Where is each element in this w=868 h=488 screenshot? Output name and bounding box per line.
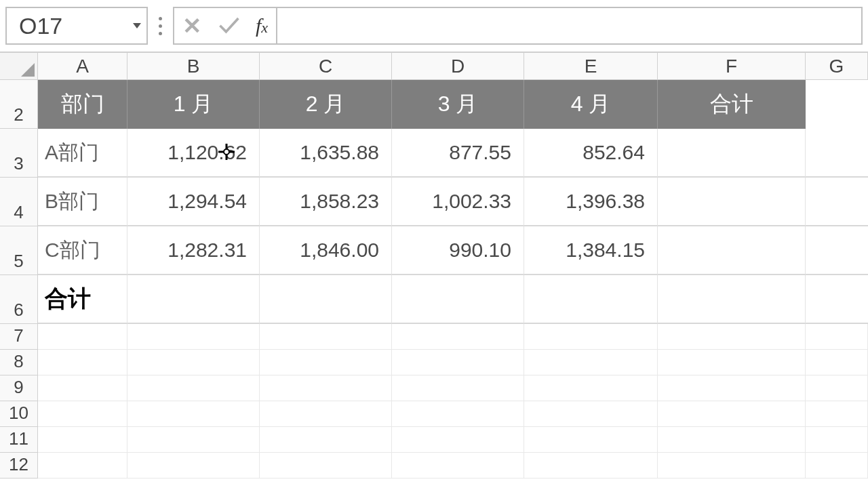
- cell[interactable]: [260, 275, 392, 324]
- cell[interactable]: [658, 324, 806, 350]
- row-header[interactable]: 3: [0, 129, 38, 178]
- row-header[interactable]: 12: [0, 453, 38, 479]
- cell[interactable]: 852.64: [524, 129, 658, 178]
- column-header[interactable]: F: [658, 53, 806, 80]
- cell[interactable]: [392, 453, 524, 479]
- row-header[interactable]: 11: [0, 427, 38, 453]
- header-cell[interactable]: 2 月: [260, 80, 392, 129]
- header-cell[interactable]: 部门: [38, 80, 127, 129]
- formula-input[interactable]: [276, 7, 863, 45]
- cell[interactable]: [806, 129, 868, 178]
- row-header[interactable]: 8: [0, 350, 38, 375]
- cell[interactable]: [260, 324, 392, 350]
- row-header[interactable]: 7: [0, 324, 38, 350]
- cell[interactable]: [260, 350, 392, 375]
- cell[interactable]: [806, 178, 868, 226]
- cell[interactable]: 1,396.38: [524, 178, 658, 226]
- cell[interactable]: [806, 427, 868, 453]
- row-header[interactable]: 6: [0, 275, 38, 324]
- cell[interactable]: C部门: [38, 226, 127, 275]
- cell[interactable]: [392, 350, 524, 375]
- cell[interactable]: [658, 178, 806, 226]
- cell[interactable]: 1,120.62: [127, 129, 260, 178]
- cell[interactable]: [524, 427, 658, 453]
- cell[interactable]: [260, 453, 392, 479]
- cell[interactable]: [658, 453, 806, 479]
- cell[interactable]: [806, 324, 868, 350]
- cell[interactable]: 877.55: [392, 129, 524, 178]
- column-header[interactable]: A: [38, 53, 127, 80]
- column-header[interactable]: C: [260, 53, 392, 80]
- cell[interactable]: [524, 275, 658, 324]
- cell[interactable]: [38, 453, 127, 479]
- cell[interactable]: [806, 226, 868, 275]
- row-header[interactable]: 9: [0, 375, 38, 401]
- cell[interactable]: A部门: [38, 129, 127, 178]
- cell[interactable]: [127, 324, 260, 350]
- column-header[interactable]: B: [127, 53, 260, 80]
- cell[interactable]: 1,282.31: [127, 226, 260, 275]
- header-cell[interactable]: 3 月: [392, 80, 524, 129]
- column-header[interactable]: G: [806, 53, 868, 80]
- cell[interactable]: 1,384.15: [524, 226, 658, 275]
- cell[interactable]: [38, 350, 127, 375]
- cell[interactable]: [524, 375, 658, 401]
- cell[interactable]: [392, 427, 524, 453]
- cell[interactable]: [127, 375, 260, 401]
- cell[interactable]: [260, 375, 392, 401]
- cell[interactable]: 990.10: [392, 226, 524, 275]
- cell[interactable]: [806, 350, 868, 375]
- cell[interactable]: [38, 324, 127, 350]
- cell[interactable]: [524, 401, 658, 427]
- cell[interactable]: [392, 324, 524, 350]
- cell[interactable]: [38, 427, 127, 453]
- cell[interactable]: [658, 226, 806, 275]
- cell[interactable]: [806, 375, 868, 401]
- cell[interactable]: B部门: [38, 178, 127, 226]
- cell[interactable]: [127, 275, 260, 324]
- cell[interactable]: [806, 401, 868, 427]
- cell[interactable]: [127, 427, 260, 453]
- cell[interactable]: [38, 401, 127, 427]
- cell[interactable]: [806, 275, 868, 324]
- cell[interactable]: [658, 129, 806, 178]
- cell[interactable]: [524, 453, 658, 479]
- fx-icon[interactable]: fx: [256, 14, 268, 37]
- cell[interactable]: 1,002.33: [392, 178, 524, 226]
- cell[interactable]: [524, 324, 658, 350]
- cell[interactable]: [392, 401, 524, 427]
- cell[interactable]: 1,846.00: [260, 226, 392, 275]
- column-header[interactable]: D: [392, 53, 524, 80]
- cell[interactable]: 1,635.88: [260, 129, 392, 178]
- cell[interactable]: [658, 401, 806, 427]
- cell[interactable]: [806, 80, 868, 129]
- chevron-down-icon[interactable]: [133, 23, 141, 28]
- row-header[interactable]: 2: [0, 80, 38, 129]
- cell[interactable]: [806, 453, 868, 479]
- cell[interactable]: 1,294.54: [127, 178, 260, 226]
- cell[interactable]: [260, 427, 392, 453]
- cell[interactable]: [392, 375, 524, 401]
- cell[interactable]: [524, 350, 658, 375]
- cell[interactable]: [392, 275, 524, 324]
- header-cell[interactable]: 1 月: [127, 80, 260, 129]
- name-box[interactable]: O17: [5, 7, 148, 45]
- column-header[interactable]: E: [524, 53, 658, 80]
- row-header[interactable]: 5: [0, 226, 38, 275]
- cell[interactable]: [127, 453, 260, 479]
- accept-icon[interactable]: [216, 12, 241, 39]
- cell[interactable]: [38, 375, 127, 401]
- cell[interactable]: [127, 350, 260, 375]
- header-cell[interactable]: 4 月: [524, 80, 658, 129]
- cell[interactable]: [260, 401, 392, 427]
- cell-total-label[interactable]: 合计: [38, 275, 127, 324]
- cancel-icon[interactable]: ✕: [182, 12, 201, 39]
- cell[interactable]: [658, 275, 806, 324]
- cell[interactable]: 1,858.23: [260, 178, 392, 226]
- select-all-corner[interactable]: [0, 53, 38, 80]
- cell[interactable]: [127, 401, 260, 427]
- row-header[interactable]: 4: [0, 178, 38, 226]
- cell[interactable]: [658, 427, 806, 453]
- header-cell[interactable]: 合计: [658, 80, 806, 129]
- row-header[interactable]: 10: [0, 401, 38, 427]
